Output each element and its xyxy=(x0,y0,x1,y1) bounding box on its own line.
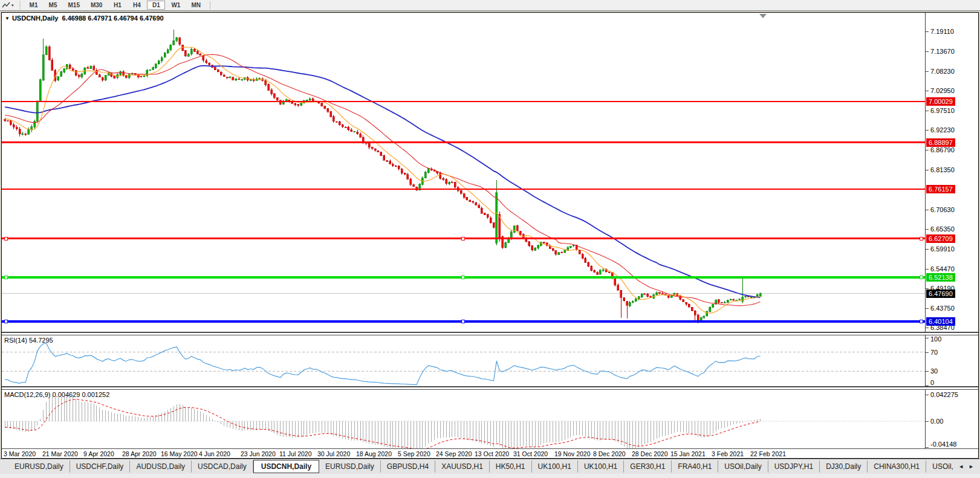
date-label: 28 Apr 2020 xyxy=(122,450,157,457)
timeframe-button-h1[interactable]: H1 xyxy=(108,1,126,10)
level-handle[interactable] xyxy=(4,237,7,240)
date-label: 5 Sep 2020 xyxy=(398,450,430,457)
axis-tick xyxy=(926,395,929,395)
line-studies-icon[interactable]: ▾ xyxy=(0,1,16,10)
axis-tick xyxy=(926,170,929,170)
macd-tick-label: 0.00 xyxy=(930,418,943,425)
chart-end-marker-icon xyxy=(759,14,767,18)
tab-gbpusd-h4[interactable]: GBPUSD,H4 xyxy=(381,460,435,473)
timeframe-button-m1[interactable]: M1 xyxy=(25,1,43,10)
rsi-tick-label: 30 xyxy=(930,367,938,375)
level-price-tag: 6.62709 xyxy=(926,234,955,243)
level-price-tag: 6.76157 xyxy=(926,185,955,193)
axis-tick xyxy=(926,130,929,131)
tab-usdcnh-daily[interactable]: USDCNH,Daily xyxy=(253,460,319,473)
tab-usoil-daily[interactable]: USOil,Daily xyxy=(718,460,768,473)
timeframe-button-d1[interactable]: D1 xyxy=(147,1,165,10)
level-handle[interactable] xyxy=(920,237,923,240)
ma-medium-line[interactable] xyxy=(5,54,761,306)
axis-tick xyxy=(926,210,929,210)
timeframe-button-m5[interactable]: M5 xyxy=(44,1,62,10)
candles-layer xyxy=(2,30,926,323)
rsi-canvas[interactable] xyxy=(2,335,926,386)
current-price-tag: 6.47690 xyxy=(926,289,955,298)
chart-window: ▼USDCNH,Daily 6.46988 6.47971 6.46794 6.… xyxy=(1,12,979,459)
timeframe-button-m15[interactable]: M15 xyxy=(63,1,85,10)
axis-tick xyxy=(926,249,929,250)
tab-usdjpy-h1[interactable]: USDJPY,H1 xyxy=(768,460,820,473)
level-handle[interactable] xyxy=(461,276,464,279)
toolbar-grip[interactable] xyxy=(19,1,22,10)
price-tick-label: 7.02950 xyxy=(930,87,955,94)
level-price-tag: 6.88897 xyxy=(926,138,955,147)
tab-hk50-h1[interactable]: HK50,H1 xyxy=(490,460,532,473)
axis-tick xyxy=(926,371,929,372)
tab-ger30-h1[interactable]: GER30,H1 xyxy=(624,460,672,473)
macd-tick-label: 0.042275 xyxy=(930,391,958,398)
date-label: 3 Feb 2021 xyxy=(712,450,744,457)
macd-label: MACD(12,26,9) 0.004629 0.001252 xyxy=(4,391,109,398)
date-label: 18 Aug 2020 xyxy=(356,450,392,457)
tab-dj30-daily[interactable]: DJ30,Daily xyxy=(820,460,868,473)
level-price-tag: 6.40104 xyxy=(926,317,955,326)
macd-histogram xyxy=(5,396,761,448)
date-label: 3 Mar 2020 xyxy=(4,450,36,457)
chevron-down-icon: ▾ xyxy=(11,3,14,8)
zigzag-icon xyxy=(2,2,10,9)
macd-indicator-panel: MACD(12,26,9) 0.004629 0.001252 0.042275… xyxy=(2,390,978,448)
rsi-axis[interactable]: 10070300 xyxy=(925,335,978,386)
tab-scroll-left-icon[interactable]: ◄ xyxy=(956,462,966,471)
price-tick-label: 6.81350 xyxy=(930,166,955,173)
moving-averages-layer xyxy=(5,47,761,313)
timeframe-button-m30[interactable]: M30 xyxy=(86,1,107,10)
date-label: 16 May 2020 xyxy=(161,450,198,457)
chart-title: ▼USDCNH,Daily 6.46988 6.47971 6.46794 6.… xyxy=(5,15,164,22)
level-lines-layer xyxy=(2,102,926,323)
date-label: 13 Oct 2020 xyxy=(475,450,509,457)
level-price-tag: 7.00029 xyxy=(926,97,955,106)
price-tick-label: 7.08230 xyxy=(930,68,955,75)
axis-tick xyxy=(926,229,929,230)
tab-usdchf-daily[interactable]: USDCHF,Daily xyxy=(70,460,131,473)
macd-canvas[interactable] xyxy=(2,390,926,448)
tab-fra40-h1[interactable]: FRA40,H1 xyxy=(672,460,718,473)
level-handle[interactable] xyxy=(920,276,923,279)
tab-usdcad-daily[interactable]: USDCAD,Daily xyxy=(192,460,253,473)
date-label: 31 Oct 2020 xyxy=(513,450,548,457)
tab-usoil-[interactable]: USOil, xyxy=(926,460,955,473)
price-tick-label: 6.65350 xyxy=(930,225,955,233)
level-handle[interactable] xyxy=(461,320,464,323)
tab-audusd-daily[interactable]: AUDUSD,Daily xyxy=(130,460,192,473)
tab-uk100-h1[interactable]: UK100,H1 xyxy=(532,460,578,473)
level-handle[interactable] xyxy=(461,237,464,240)
tab-eurusd-daily[interactable]: EURUSD,Daily xyxy=(319,460,381,473)
timeframe-button-w1[interactable]: W1 xyxy=(166,1,185,10)
date-label: 19 Nov 2020 xyxy=(554,450,591,457)
chart-dropdown-icon[interactable]: ▼ xyxy=(5,16,10,21)
level-handle[interactable] xyxy=(920,320,923,323)
chart-symbol-label: USDCNH,Daily xyxy=(12,15,58,22)
price-tick-label: 6.70630 xyxy=(930,206,955,213)
axis-tick xyxy=(926,288,929,289)
macd-axis[interactable]: 0.0422750.00-0.04148 xyxy=(925,390,978,448)
timeframe-button-h4[interactable]: H4 xyxy=(128,1,146,10)
timeframe-button-mn[interactable]: MN xyxy=(186,1,206,10)
tab-uk100-h1[interactable]: UK100,H1 xyxy=(578,460,624,473)
date-label: 8 Dec 2020 xyxy=(593,450,626,457)
axis-tick xyxy=(926,150,929,150)
toolbar-separator xyxy=(210,1,210,10)
ma-fast-line[interactable] xyxy=(5,47,761,313)
tab-scroll-right-icon[interactable]: ► xyxy=(966,462,976,471)
ma-slow-line[interactable] xyxy=(5,66,761,298)
level-handle[interactable] xyxy=(4,276,7,279)
level-handle[interactable] xyxy=(4,320,7,323)
price-tick-label: 6.97510 xyxy=(930,107,955,114)
price-axis[interactable]: 7.191107.136707.082307.029506.975106.922… xyxy=(925,13,978,332)
tab-eurusd-daily[interactable]: EURUSD,Daily xyxy=(8,460,70,473)
price-tick-label: 6.43750 xyxy=(930,305,955,312)
time-axis[interactable]: 3 Mar 202021 Mar 20209 Apr 202028 Apr 20… xyxy=(2,448,978,458)
tab-china300-h1[interactable]: CHINA300,H1 xyxy=(868,460,926,473)
tab-xauusd-h1[interactable]: XAUUSD,H1 xyxy=(435,460,490,473)
macd-signal-line xyxy=(5,399,761,448)
price-chart-canvas[interactable] xyxy=(2,13,926,332)
